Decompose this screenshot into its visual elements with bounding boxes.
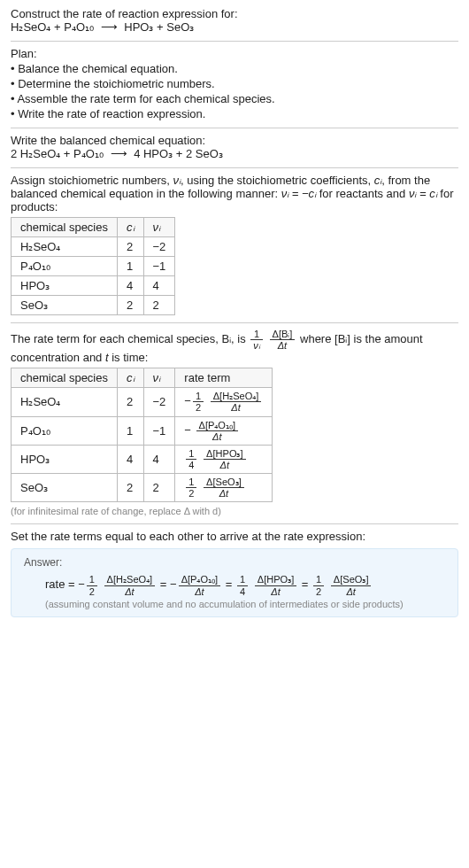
cell-ci: 2 — [118, 474, 144, 502]
num: Δ[HPO₃] — [204, 448, 245, 460]
den: 2 — [87, 586, 97, 597]
num: 1 — [250, 329, 263, 340]
cell-vi: −1 — [143, 257, 175, 276]
cell-rateterm: −12 Δ[H₂SeO₄]Δt — [175, 388, 273, 416]
coef-frac: 12 — [313, 574, 324, 596]
plan-item: • Determine the stoichiometric numbers. — [11, 77, 458, 90]
rateterm-text: The rate term for each chemical species, — [11, 332, 221, 345]
equals: = — [160, 577, 170, 591]
species-seo3: SeO₃ — [166, 20, 194, 34]
num: 1 — [186, 448, 196, 460]
num: 1 — [186, 477, 196, 488]
answer-label: Answer: — [24, 556, 445, 569]
den: 4 — [237, 586, 248, 597]
cell-species: H₂SeO₄ — [12, 388, 118, 416]
cell-vi: −2 — [143, 388, 175, 416]
divider — [11, 41, 458, 42]
cell-ci: 4 — [118, 445, 144, 473]
arrow-icon: ⟶ — [101, 20, 118, 34]
plus: + — [153, 20, 166, 34]
cell-ci: 2 — [118, 296, 144, 315]
delta-frac: Δ[H₂SeO₄]Δt — [104, 574, 156, 596]
neg-sign: − — [78, 577, 85, 591]
col-species: chemical species — [12, 368, 118, 388]
species-hpo3: HPO₃ — [124, 20, 153, 34]
answer-box: Answer: rate = −12 Δ[H₂SeO₄]Δt = −Δ[P₄O₁… — [11, 548, 458, 616]
num: Δ[HPO₃] — [255, 574, 296, 585]
assign-text: Assign stoichiometric numbers, — [11, 174, 173, 187]
infinitesimal-note: (for infinitesimal rate of change, repla… — [11, 506, 458, 516]
assign-text: for reactants and — [316, 187, 409, 200]
cell-vi: 4 — [143, 276, 175, 296]
col-species: chemical species — [12, 218, 118, 237]
rateterm-text: is time: — [109, 351, 149, 364]
balanced-equation: 2 H₂SeO₄ + P₄O₁₀ ⟶ 4 HPO₃ + 2 SeO₃ — [11, 147, 458, 160]
den: 4 — [186, 460, 196, 470]
final-text: Set the rate terms equal to each other t… — [11, 530, 458, 543]
divider — [11, 322, 458, 323]
delta-frac: Δ[HPO₃]Δt — [204, 448, 245, 470]
table-row: P₄O₁₀1−1 — [12, 257, 175, 276]
den: Δt — [204, 488, 244, 499]
cell-species: P₄O₁₀ — [12, 257, 118, 276]
den: Δt — [331, 586, 372, 597]
rate-eq: rate = — [45, 577, 78, 591]
num: Δ[P₄O₁₀] — [196, 420, 238, 431]
neg-sign: − — [170, 577, 177, 591]
cell-species: P₄O₁₀ — [12, 416, 118, 445]
cell-species: HPO₃ — [12, 276, 118, 296]
col-vi: νᵢ — [143, 218, 175, 237]
delta-frac: Δ[HPO₃]Δt — [255, 574, 296, 596]
cell-ci: 1 — [118, 416, 144, 445]
table-row: H₂SeO₄ 2 −2 −12 Δ[H₂SeO₄]Δt — [12, 388, 273, 416]
coef-frac: 12 — [87, 574, 97, 596]
intro-section: Construct the rate of reaction expressio… — [11, 7, 458, 34]
cell-ci: 2 — [118, 237, 144, 257]
cell-species: SeO₃ — [12, 296, 118, 315]
final-section: Set the rate terms equal to each other t… — [11, 530, 458, 616]
den: Δt — [104, 586, 156, 597]
equals: = — [302, 577, 311, 591]
species-h2seo4: H₂SeO₄ — [11, 20, 50, 34]
rate-expression: rate = −12 Δ[H₂SeO₄]Δt = −Δ[P₄O₁₀]Δt = 1… — [45, 574, 445, 596]
den: Δt — [204, 460, 245, 470]
arrow-icon: ⟶ — [111, 147, 127, 160]
table-row: P₄O₁₀ 1 −1 − Δ[P₄O₁₀]Δt — [12, 416, 273, 445]
coef-frac: 12 — [193, 391, 204, 413]
cell-ci: 4 — [118, 276, 144, 296]
num: Δ[H₂SeO₄] — [211, 391, 262, 402]
balanced-term: 4 HPO₃ — [134, 147, 173, 160]
num: 1 — [313, 574, 324, 585]
bi: Bᵢ — [221, 332, 231, 345]
plan-title: Plan: — [11, 47, 458, 60]
den: Δt — [179, 586, 220, 597]
den: Δt — [196, 431, 238, 442]
den: Δt — [211, 402, 262, 413]
delta-frac: Δ[P₄O₁₀]Δt — [196, 420, 238, 442]
cell-vi: −2 — [143, 237, 175, 257]
plus: + — [50, 20, 64, 34]
cell-vi: 2 — [143, 296, 175, 315]
balanced-term: 2 H₂SeO₄ — [11, 147, 60, 160]
intro-title: Construct the rate of reaction expressio… — [11, 7, 458, 20]
delta-frac: Δ[SeO₃]Δt — [331, 574, 372, 596]
divider — [11, 128, 458, 128]
divider — [11, 167, 458, 168]
cell-species: SeO₃ — [12, 474, 118, 502]
balanced-term: P₄O₁₀ — [73, 147, 104, 160]
eq-products: νᵢ = cᵢ — [409, 187, 437, 200]
balanced-section: Write the balanced chemical equation: 2 … — [11, 134, 458, 160]
num: Δ[Bᵢ] — [270, 329, 296, 340]
table-header-row: chemical species cᵢ νᵢ rate term — [12, 368, 273, 388]
num: Δ[P₄O₁₀] — [179, 574, 220, 585]
table-row: HPO₃ 4 4 14 Δ[HPO₃]Δt — [12, 445, 273, 473]
col-ci: cᵢ — [118, 368, 144, 388]
cell-vi: −1 — [143, 416, 175, 445]
col-rateterm: rate term — [175, 368, 273, 388]
num: Δ[H₂SeO₄] — [104, 574, 156, 585]
num: Δ[SeO₃] — [204, 477, 244, 488]
plan-section: Plan: • Balance the chemical equation. •… — [11, 47, 458, 120]
table-row: SeO₃22 — [12, 296, 175, 315]
num: 1 — [237, 574, 248, 585]
den: 2 — [186, 488, 196, 499]
